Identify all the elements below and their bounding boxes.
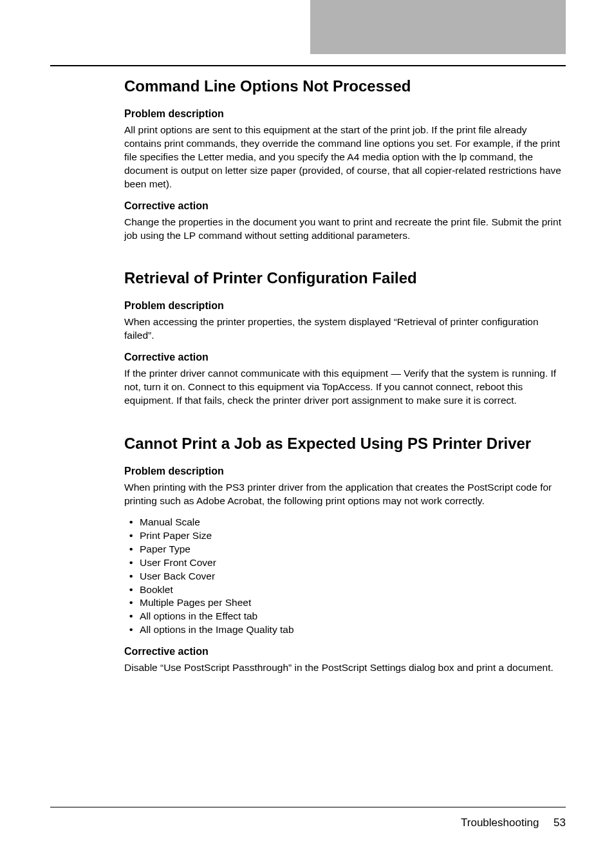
- list-item: All options in the Effect tab: [124, 610, 566, 623]
- action-heading: Corrective action: [124, 352, 566, 363]
- problem-text: All print options are sent to this equip…: [124, 124, 566, 191]
- section-retrieval-failed: Retrieval of Printer Configuration Faile…: [124, 269, 566, 408]
- problem-heading: Problem description: [124, 466, 566, 477]
- options-list: Manual Scale Print Paper Size Paper Type…: [124, 516, 566, 637]
- section-command-line: Command Line Options Not Processed Probl…: [124, 77, 566, 242]
- action-text: If the printer driver cannot communicate…: [124, 367, 566, 408]
- section-title: Cannot Print a Job as Expected Using PS …: [124, 435, 566, 453]
- action-text: Change the properties in the document yo…: [124, 216, 566, 243]
- list-item: User Back Cover: [124, 570, 566, 583]
- top-horizontal-rule: [50, 65, 566, 66]
- list-item: Multiple Pages per Sheet: [124, 596, 566, 610]
- action-heading: Corrective action: [124, 200, 566, 212]
- list-item: Booklet: [124, 583, 566, 597]
- list-item: Manual Scale: [124, 516, 566, 529]
- main-content: Command Line Options Not Processed Probl…: [124, 77, 566, 702]
- problem-text: When accessing the printer properties, t…: [124, 316, 566, 343]
- list-item: All options in the Image Quality tab: [124, 623, 566, 637]
- list-item: User Front Cover: [124, 556, 566, 570]
- section-title: Retrieval of Printer Configuration Faile…: [124, 269, 566, 287]
- problem-heading: Problem description: [124, 108, 566, 120]
- footer-page-number: 53: [554, 816, 566, 829]
- problem-text: When printing with the PS3 printer drive…: [124, 481, 566, 508]
- section-ps-driver: Cannot Print a Job as Expected Using PS …: [124, 435, 566, 675]
- footer-label: Troubleshooting: [461, 816, 539, 829]
- problem-heading: Problem description: [124, 300, 566, 312]
- action-heading: Corrective action: [124, 646, 566, 657]
- page-footer: Troubleshooting 53: [50, 807, 566, 829]
- list-item: Paper Type: [124, 543, 566, 556]
- list-item: Print Paper Size: [124, 529, 566, 543]
- action-text: Disable “Use PostScript Passthrough” in …: [124, 661, 566, 675]
- section-title: Command Line Options Not Processed: [124, 77, 566, 95]
- header-gray-block: [310, 0, 566, 54]
